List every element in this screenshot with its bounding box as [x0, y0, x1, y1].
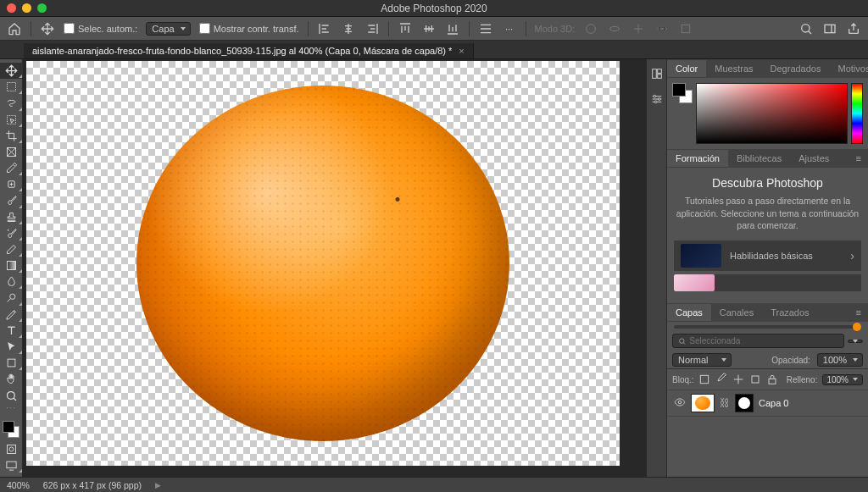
layers-panel-tabs: Capas Canales Trazados ≡	[667, 303, 868, 322]
auto-select-checkbox[interactable]: Selec. autom.:	[64, 23, 137, 34]
lock-pixels-icon[interactable]	[698, 373, 711, 386]
tab-layers[interactable]: Capas	[667, 304, 711, 321]
layer-search-input[interactable]	[689, 336, 838, 346]
object-selection-tool[interactable]	[0, 112, 23, 128]
properties-panel-icon[interactable]	[649, 91, 665, 107]
path-selection-tool[interactable]	[0, 339, 23, 355]
align-top-icon[interactable]	[398, 21, 413, 36]
learn-body: Tutoriales paso a paso directamente en l…	[674, 195, 861, 232]
align-middle-icon[interactable]	[421, 21, 437, 36]
document-canvas[interactable]	[26, 61, 620, 466]
layer-mask-thumbnail[interactable]	[735, 394, 754, 412]
layers-panel-slider[interactable]	[674, 325, 861, 329]
filter-dropdown[interactable]	[848, 340, 863, 343]
distribute-icon[interactable]	[478, 21, 493, 36]
layer-thumbnail[interactable]	[691, 394, 715, 412]
close-tab-icon[interactable]: ×	[459, 46, 464, 56]
opacity-value[interactable]: 100%	[817, 353, 863, 367]
pen-tool[interactable]	[0, 307, 23, 323]
layers-panel-menu-icon[interactable]: ≡	[849, 304, 868, 321]
close-window-button[interactable]	[7, 3, 16, 13]
layer-search[interactable]	[672, 334, 844, 348]
quickmask-tool[interactable]	[0, 441, 23, 457]
status-zoom[interactable]: 400%	[7, 480, 30, 490]
align-right-icon[interactable]	[364, 21, 380, 36]
svg-point-12	[8, 391, 15, 399]
marquee-tool[interactable]	[0, 79, 23, 95]
tab-adjustments[interactable]: Ajustes	[790, 150, 837, 167]
crop-tool[interactable]	[0, 128, 23, 144]
align-center-h-icon[interactable]	[341, 21, 356, 36]
tab-paths[interactable]: Trazados	[762, 304, 817, 321]
eraser-tool[interactable]	[0, 241, 23, 257]
color-spectrum[interactable]	[696, 83, 848, 144]
healing-tool[interactable]	[0, 176, 23, 192]
status-chevron-icon[interactable]: ▶	[155, 481, 161, 489]
fill-value[interactable]: 100%	[822, 374, 863, 385]
lock-artboard-icon[interactable]	[748, 373, 762, 386]
home-button[interactable]	[7, 21, 22, 36]
learn-panel: Descubra Photoshop Tutoriales paso a pas…	[667, 168, 868, 303]
learn-card-label: Habilidades básicas	[730, 251, 813, 261]
tab-gradients[interactable]: Degradados	[762, 60, 830, 77]
fg-bg-swatch[interactable]	[672, 83, 693, 103]
svg-rect-23	[700, 375, 708, 383]
window-controls	[7, 3, 47, 13]
screenmode-tool[interactable]	[0, 457, 23, 473]
dodge-tool[interactable]	[0, 290, 23, 306]
share-icon[interactable]	[846, 21, 861, 36]
lock-all-icon[interactable]	[765, 373, 779, 386]
learn-thumb-2	[674, 274, 715, 291]
learn-card-basics[interactable]: Habilidades básicas ›	[674, 240, 861, 271]
hue-slider[interactable]	[851, 83, 863, 144]
canvas-area[interactable]	[23, 59, 646, 477]
blend-mode-dropdown[interactable]: Normal	[672, 353, 732, 367]
tab-libraries[interactable]: Bibliotecas	[728, 150, 790, 167]
search-icon[interactable]	[798, 21, 814, 36]
maximize-window-button[interactable]	[37, 3, 47, 13]
learn-panel-menu-icon[interactable]: ≡	[849, 150, 868, 167]
type-tool[interactable]	[0, 323, 23, 339]
lock-move-icon[interactable]	[732, 373, 745, 386]
move-tool[interactable]	[0, 63, 23, 79]
tab-learn[interactable]: Formación	[667, 150, 728, 167]
frame-tool[interactable]	[0, 144, 23, 160]
layer-row-capa0[interactable]: ⛓ Capa 0	[667, 390, 868, 417]
history-panel-icon[interactable]	[649, 66, 665, 81]
tab-channels[interactable]: Canales	[711, 304, 762, 321]
link-icon[interactable]: ⛓	[720, 397, 730, 409]
align-bottom-icon[interactable]	[445, 21, 460, 36]
svg-point-20	[658, 98, 660, 101]
document-tab[interactable]: aislante-anaranjado-fresco-fruta-fondo-b…	[24, 43, 474, 58]
lasso-tool[interactable]	[0, 95, 23, 111]
move-tool-icon[interactable]	[40, 21, 55, 36]
learn-card-2[interactable]	[674, 274, 861, 291]
minimize-window-button[interactable]	[22, 3, 31, 13]
tab-color[interactable]: Color	[667, 60, 706, 77]
tab-swatches[interactable]: Muestras	[706, 60, 761, 77]
hand-tool[interactable]	[0, 371, 23, 387]
3d-scale-icon	[678, 21, 693, 36]
zoom-tool[interactable]	[0, 387, 23, 403]
chevron-right-icon: ›	[850, 249, 854, 263]
layer-name[interactable]: Capa 0	[759, 398, 788, 408]
edit-toolbar-icon[interactable]: ···	[0, 404, 22, 412]
shape-tool[interactable]	[0, 355, 23, 371]
eyedropper-tool[interactable]	[0, 160, 23, 176]
stamp-tool[interactable]	[0, 209, 23, 225]
auto-select-target-dropdown[interactable]: Capa	[146, 22, 190, 36]
blur-tool[interactable]	[0, 274, 23, 290]
brush-tool[interactable]	[0, 192, 23, 208]
lock-position-brush-icon[interactable]	[715, 373, 728, 386]
show-transform-checkbox[interactable]: Mostrar contr. transf.	[199, 23, 299, 34]
layer-visibility-icon[interactable]	[674, 396, 686, 410]
align-left-icon[interactable]	[317, 21, 332, 36]
history-brush-tool[interactable]	[0, 225, 23, 241]
color-swatch-tool[interactable]	[0, 417, 22, 441]
workspace-icon[interactable]	[822, 21, 837, 36]
tab-patterns[interactable]: Motivos	[829, 60, 868, 77]
more-align-icon[interactable]: ···	[502, 21, 517, 36]
3d-roll-icon	[607, 21, 622, 36]
gradient-tool[interactable]	[0, 257, 23, 274]
status-dims[interactable]: 626 px x 417 px (96 ppp)	[43, 480, 142, 490]
